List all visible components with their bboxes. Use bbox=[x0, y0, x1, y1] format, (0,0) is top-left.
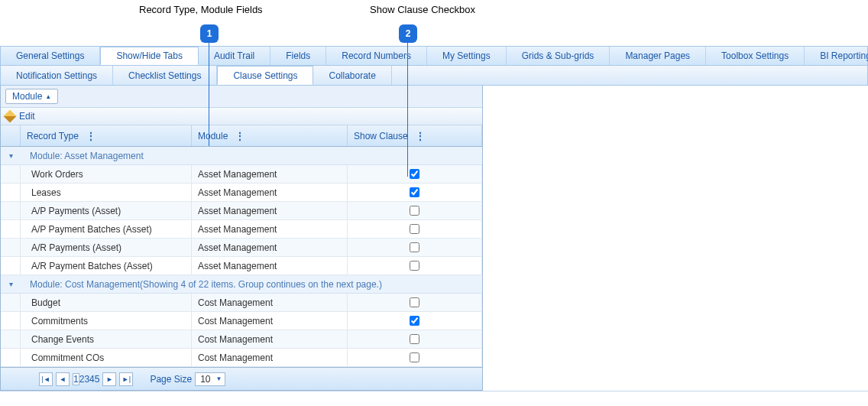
tab-audit-trail[interactable]: Audit Trail bbox=[199, 47, 270, 65]
group-by-bar: Module ▲ bbox=[1, 86, 482, 108]
header-menu-icon[interactable]: ⋮ bbox=[235, 131, 244, 141]
callout-1-badge: 1 bbox=[200, 24, 219, 43]
table-row[interactable]: A/P Payments (Asset)Asset Management bbox=[1, 202, 482, 220]
table-row[interactable]: A/R Payments (Asset)Asset Management bbox=[1, 239, 482, 257]
cell-record-type: Work Orders bbox=[21, 165, 192, 183]
cell-module: Asset Management bbox=[192, 239, 348, 256]
table-row[interactable]: BudgetCost Management bbox=[1, 294, 482, 312]
subtab-notification-settings[interactable]: Notification Settings bbox=[1, 66, 113, 85]
group-header[interactable]: ▾Module: Cost Management(Showing 4 of 22… bbox=[1, 275, 482, 294]
tab-manager-pages[interactable]: Manager Pages bbox=[610, 47, 706, 65]
tab-general-settings[interactable]: General Settings bbox=[1, 47, 100, 65]
group-chip-module[interactable]: Module ▲ bbox=[5, 89, 58, 104]
header-menu-icon[interactable]: ⋮ bbox=[416, 131, 424, 141]
subtab-collaborate[interactable]: Collaborate bbox=[313, 66, 391, 85]
row-expander bbox=[1, 257, 21, 274]
show-clause-checkbox[interactable] bbox=[410, 297, 419, 307]
table-row[interactable]: Work OrdersAsset Management bbox=[1, 165, 482, 184]
callout-1-label: Record Type, Module Fields bbox=[139, 4, 263, 15]
header-menu-icon[interactable]: ⋮ bbox=[86, 131, 95, 141]
tab-my-settings[interactable]: My Settings bbox=[427, 47, 507, 65]
cell-record-type: Leases bbox=[21, 184, 192, 201]
chevron-down-icon: ▾ bbox=[1, 280, 21, 288]
cell-module: Asset Management bbox=[192, 165, 348, 183]
grid-header: Record Type ⋮ Module ⋮ Show Clause ⋮ bbox=[1, 125, 482, 147]
cell-record-type: A/P Payments (Asset) bbox=[21, 202, 192, 219]
grid-body: ▾Module: Asset ManagementWork OrdersAsse… bbox=[1, 147, 482, 367]
row-expander bbox=[1, 220, 21, 238]
row-expander bbox=[1, 184, 21, 201]
pager-last[interactable]: ►| bbox=[119, 372, 133, 386]
header-show-clause-label: Show Clause bbox=[354, 131, 408, 141]
table-row[interactable]: A/P Payment Batches (Asset)Asset Managem… bbox=[1, 220, 482, 239]
cell-show-clause bbox=[348, 184, 482, 201]
pager-page-5[interactable]: 5 bbox=[95, 374, 100, 385]
row-expander bbox=[1, 239, 21, 256]
table-row[interactable]: Commitment COsCost Management bbox=[1, 349, 482, 367]
group-header[interactable]: ▾Module: Asset Management bbox=[1, 147, 482, 165]
chevron-down-icon: ▾ bbox=[1, 151, 21, 160]
page-size-value: 10 bbox=[200, 374, 210, 385]
show-clause-checkbox[interactable] bbox=[410, 261, 419, 271]
edit-button[interactable]: Edit bbox=[19, 111, 35, 122]
header-module[interactable]: Module ⋮ bbox=[192, 125, 348, 146]
subtab-checklist-settings[interactable]: Checklist Settings bbox=[113, 66, 217, 85]
page-size-select[interactable]: 10 ▼ bbox=[195, 372, 225, 386]
cell-module: Asset Management bbox=[192, 220, 348, 238]
callout-2-line bbox=[407, 43, 408, 177]
show-clause-checkbox[interactable] bbox=[410, 169, 419, 179]
cell-show-clause bbox=[348, 294, 482, 311]
show-clause-checkbox[interactable] bbox=[410, 242, 419, 252]
row-expander bbox=[1, 349, 21, 366]
grid-clause-settings: Module ▲ Edit Record Type ⋮ Module ⋮ Sho… bbox=[0, 86, 483, 391]
cell-module: Cost Management bbox=[192, 312, 348, 330]
tab-toolbox-settings[interactable]: Toolbox Settings bbox=[706, 47, 805, 65]
group-chip-sort-icon: ▲ bbox=[45, 93, 51, 100]
pager-page-1[interactable]: 1 bbox=[73, 373, 79, 385]
show-clause-checkbox[interactable] bbox=[410, 316, 419, 326]
group-title: Module: Cost Management(Showing 4 of 22 … bbox=[21, 279, 382, 290]
row-expander bbox=[1, 165, 21, 183]
cell-show-clause bbox=[348, 330, 482, 348]
cell-module: Cost Management bbox=[192, 294, 348, 311]
pager-first[interactable]: |◄ bbox=[39, 372, 53, 386]
tabs-sub: Notification SettingsChecklist SettingsC… bbox=[0, 66, 868, 86]
bottom-border bbox=[0, 391, 868, 394]
pager-prev[interactable]: ◄ bbox=[56, 372, 70, 386]
tab-grids-sub-grids[interactable]: Grids & Sub-grids bbox=[507, 47, 611, 65]
tab-show-hide-tabs[interactable]: Show/Hide Tabs bbox=[100, 47, 199, 65]
pager-next[interactable]: ► bbox=[102, 372, 116, 386]
header-record-type[interactable]: Record Type ⋮ bbox=[21, 125, 192, 146]
cell-record-type: A/R Payments (Asset) bbox=[21, 239, 192, 256]
show-clause-checkbox[interactable] bbox=[410, 334, 419, 344]
show-clause-checkbox[interactable] bbox=[410, 224, 419, 234]
subtab-clause-settings[interactable]: Clause Settings bbox=[217, 66, 313, 85]
row-expander bbox=[1, 330, 21, 348]
header-show-clause[interactable]: Show Clause ⋮ bbox=[348, 125, 482, 146]
show-clause-checkbox[interactable] bbox=[410, 187, 419, 197]
row-expander bbox=[1, 294, 21, 311]
cell-module: Asset Management bbox=[192, 184, 348, 201]
tab-fields[interactable]: Fields bbox=[270, 47, 326, 65]
table-row[interactable]: CommitmentsCost Management bbox=[1, 312, 482, 330]
show-clause-checkbox[interactable] bbox=[410, 206, 419, 216]
header-expand bbox=[1, 125, 21, 146]
cell-record-type: A/P Payment Batches (Asset) bbox=[21, 220, 192, 238]
cell-record-type: Commitment COs bbox=[21, 349, 192, 366]
cell-show-clause bbox=[348, 257, 482, 274]
pager-page-4[interactable]: 4 bbox=[89, 374, 95, 385]
cell-record-type: Budget bbox=[21, 294, 192, 311]
tabs-main: General SettingsShow/Hide TabsAudit Trai… bbox=[0, 46, 868, 66]
cell-show-clause bbox=[348, 312, 482, 330]
table-row[interactable]: LeasesAsset Management bbox=[1, 184, 482, 202]
table-row[interactable]: Change EventsCost Management bbox=[1, 330, 482, 349]
tab-bi-reporting[interactable]: BI Reporting bbox=[805, 47, 868, 65]
table-row[interactable]: A/R Payment Batches (Asset)Asset Managem… bbox=[1, 257, 482, 275]
grid-toolbar: Edit bbox=[1, 108, 482, 125]
group-title: Module: Asset Management bbox=[21, 151, 144, 161]
row-expander bbox=[1, 202, 21, 219]
group-chip-label: Module bbox=[12, 91, 42, 102]
show-clause-checkbox[interactable] bbox=[410, 352, 419, 362]
cell-show-clause bbox=[348, 220, 482, 238]
tab-record-numbers[interactable]: Record Numbers bbox=[326, 47, 427, 65]
